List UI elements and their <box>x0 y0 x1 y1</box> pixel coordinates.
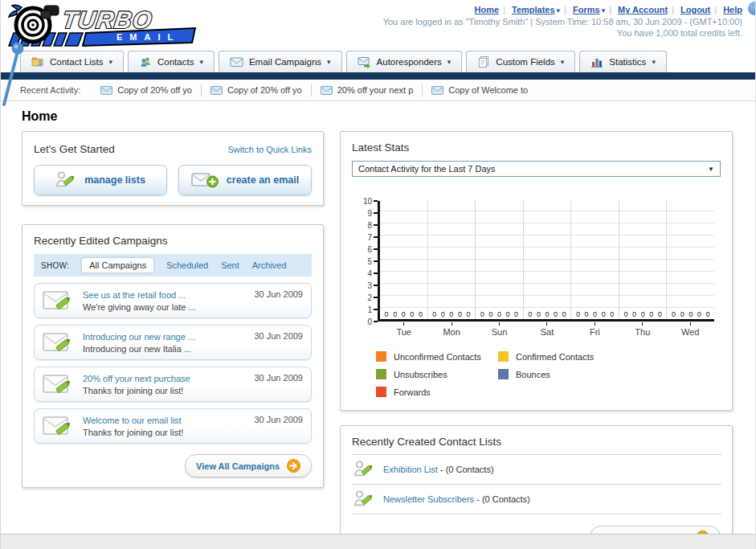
bar-value-label: 0 <box>584 310 588 318</box>
app-window: TURBO EMAIL Home| Templates▾| Forms▾| My… <box>0 0 756 549</box>
orange-arrow-icon <box>287 459 300 473</box>
envelope-pencil-icon <box>43 289 75 312</box>
bar-value-label: 0 <box>528 310 532 318</box>
nav-link-home[interactable]: Home <box>475 5 500 14</box>
bar-value-label: 0 <box>689 310 693 318</box>
contact-list-link[interactable]: Newsletter Subscribers <box>383 494 474 504</box>
y-axis-tick: 0 <box>367 318 378 326</box>
campaigns-title: Recently Edited Campaigns <box>34 235 168 247</box>
tab-email-campaigns[interactable]: Email Campaigns ▾ <box>219 51 342 72</box>
chart-day-group: 00000 <box>427 201 476 319</box>
create-email-button[interactable]: create an email <box>178 165 312 195</box>
filter-archived[interactable]: Archived <box>252 260 287 270</box>
get-started-panel: Let's Get Started Switch to Quick Links <box>22 131 324 206</box>
manage-lists-label: manage lists <box>84 174 145 186</box>
contact-list-row[interactable]: Newsletter Subscribers - (0 Contacts) <box>352 485 721 514</box>
bar-value-label: 0 <box>680 310 684 318</box>
tab-autoresponders[interactable]: Autoresponders ▾ <box>346 51 463 72</box>
bar-value-label: 0 <box>497 310 501 318</box>
legend-swatch <box>376 387 386 397</box>
legend-label: Forwards <box>394 387 431 397</box>
campaign-date: 30 Jun 2009 <box>254 373 303 383</box>
switch-quick-links-link[interactable]: Switch to Quick Links <box>227 145 312 154</box>
x-axis-label: Sat <box>523 322 570 337</box>
bar-value-label: 0 <box>623 310 627 318</box>
x-axis-label: Sun <box>476 322 523 337</box>
recent-activity-bar: Recent Activity: Copy of 20% off yo Copy… <box>1 80 755 101</box>
campaign-title-link[interactable]: Welcome to our email list <box>83 416 246 425</box>
tab-label: Custom Fields <box>496 57 555 67</box>
nav-link-my-account[interactable]: My Account <box>618 5 668 14</box>
chart-legend: Unconfirmed ContactsConfirmed ContactsUn… <box>376 351 714 397</box>
chart-groups: 00000000000000000000000000000000000 <box>380 201 714 319</box>
contact-list-count: - (0 Contacts) <box>476 494 530 504</box>
tab-custom-fields[interactable]: Custom Fields ▾ <box>466 51 575 72</box>
contact-list-row[interactable]: Exhibition List - (0 Contacts) <box>352 455 721 485</box>
tab-label: Contacts <box>157 57 194 67</box>
contact-list-count: - (0 Contacts) <box>440 465 494 474</box>
recent-activity-item[interactable]: 20% off your next p <box>311 84 423 96</box>
tab-contacts[interactable]: Contacts ▾ <box>128 51 215 72</box>
chart-day-group: 00000 <box>475 201 523 319</box>
y-axis-tick: 7 <box>367 233 378 241</box>
campaign-row[interactable]: 20% off your next purchase Thanks for jo… <box>34 367 312 402</box>
bar-value-label: 0 <box>506 310 510 318</box>
recent-activity-item[interactable]: Copy of 20% off yo <box>201 84 311 96</box>
y-axis-tick: 5 <box>367 257 378 265</box>
filter-sent[interactable]: Sent <box>221 260 239 270</box>
chevron-down-icon: ▾ <box>447 58 452 66</box>
tab-label: Autoresponders <box>377 57 442 67</box>
recent-activity-item[interactable]: Copy of Welcome to <box>422 84 537 96</box>
campaign-row[interactable]: Introducing our new range ... Introducin… <box>34 325 312 360</box>
email-envelope-icon <box>230 56 243 68</box>
help-balloon-icon <box>748 2 756 15</box>
contact-list-link[interactable]: Exhibition List <box>383 465 438 474</box>
envelope-pencil-icon <box>43 331 75 354</box>
tab-statistics[interactable]: Statistics ▾ <box>579 51 667 72</box>
statistics-bars-icon <box>590 55 603 68</box>
bar-value-label: 0 <box>649 310 653 318</box>
recent-activity-item[interactable]: Copy of 20% off yo <box>92 84 201 96</box>
nav-link-help[interactable]: Help <box>723 5 742 14</box>
show-label: SHOW: <box>41 261 69 270</box>
nav-link-forms[interactable]: Forms <box>573 5 600 14</box>
y-axis-tick: 8 <box>367 221 378 229</box>
tab-contact-lists[interactable]: Contact Lists ▾ <box>20 51 124 72</box>
campaign-title-link[interactable]: 20% off your next purchase <box>83 374 246 383</box>
y-axis-tick: 6 <box>367 245 378 253</box>
bar-value-label: 0 <box>705 310 709 318</box>
view-all-campaigns-button[interactable]: View All Campaigns <box>185 454 312 477</box>
envelope-icon <box>210 86 223 95</box>
legend-swatch <box>498 369 509 379</box>
person-pencil-icon <box>353 490 374 509</box>
campaign-title-link[interactable]: See us at the retail food ... <box>83 290 246 300</box>
logo-text-email: EMAIL <box>116 32 180 42</box>
x-axis-label: Tue <box>380 322 427 337</box>
tab-label: Email Campaigns <box>249 57 321 67</box>
filter-scheduled[interactable]: Scheduled <box>166 260 208 270</box>
y-axis-tick: 10 <box>363 197 378 205</box>
bar-value-label: 0 <box>562 310 566 318</box>
chart-day-group: 00000 <box>666 201 714 319</box>
campaign-row[interactable]: Welcome to our email list Thanks for joi… <box>34 408 312 444</box>
bar-value-label: 0 <box>641 310 645 318</box>
contact-lists-folder-icon <box>31 55 44 68</box>
latest-stats-panel: Latest Stats Contact Activity for the La… <box>340 131 733 411</box>
campaign-row[interactable]: See us at the retail food ... We're givi… <box>34 283 312 318</box>
stats-report-dropdown[interactable]: Contact Activity for the Last 7 Days ▼ <box>352 161 721 177</box>
bar-value-label: 0 <box>458 310 462 318</box>
x-axis-label: Fri <box>571 322 619 337</box>
manage-lists-button[interactable]: manage lists <box>34 165 167 195</box>
campaign-title-link[interactable]: Introducing our new range ... <box>83 332 246 342</box>
bar-value-label: 0 <box>402 310 406 318</box>
bar-value-label: 0 <box>593 310 597 318</box>
chevron-down-icon: ▾ <box>602 5 606 16</box>
filter-all-campaigns[interactable]: All Campaigns <box>82 258 153 272</box>
nav-link-templates[interactable]: Templates <box>512 5 555 14</box>
legend-swatch <box>376 351 386 362</box>
campaign-date: 30 Jun 2009 <box>254 415 303 424</box>
nav-link-logout[interactable]: Logout <box>680 5 710 14</box>
chevron-down-icon: ▾ <box>652 58 656 66</box>
top-nav-links: Home| Templates▾| Forms▾| My Account| Lo… <box>383 4 742 16</box>
chart-days: TueMonSunSatFriThuWed <box>380 322 714 337</box>
